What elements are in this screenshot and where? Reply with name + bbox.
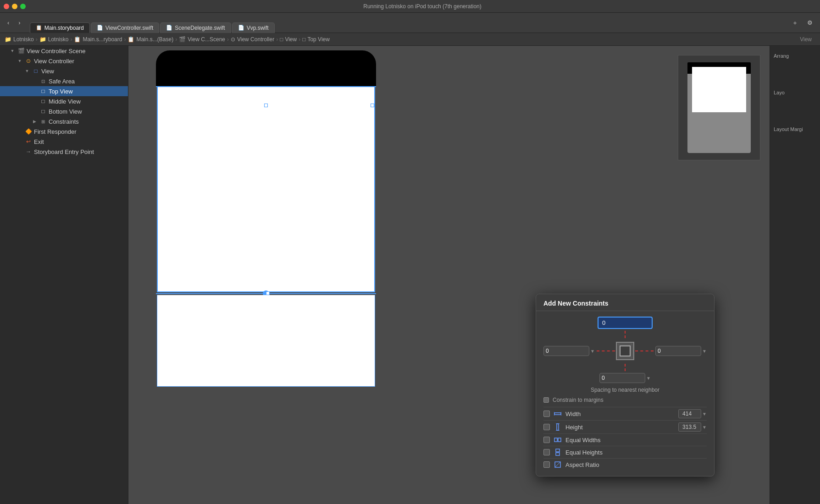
width-label: Width <box>565 411 675 417</box>
popup-body: 0 ▼ 0 <box>536 311 714 476</box>
sidebar: ▼ 🎬 View Controller Scene ▼ ⊙ View Contr… <box>0 46 128 504</box>
breadcrumb-item-vc[interactable]: ⊙ View Controller <box>231 36 274 43</box>
scene-swift-tab-icon: 📄 <box>166 25 172 31</box>
aspect-ratio-checkbox[interactable] <box>543 461 550 468</box>
equal-widths-checkbox[interactable] <box>543 437 550 443</box>
breadcrumb-sep-5: › <box>227 36 229 43</box>
right-panel-layout: Layo <box>774 90 816 95</box>
top-view-tree-icon: □ <box>39 88 47 95</box>
equal-widths-icon <box>554 436 562 444</box>
vc-scene-icon: 🎬 <box>17 47 25 55</box>
tree-item-first-responder[interactable]: ▶ 🔶 First Responder <box>0 126 128 137</box>
constrain-margins-checkbox[interactable] <box>543 397 549 403</box>
height-value: 313.5 <box>678 422 701 432</box>
divider-handle[interactable] <box>266 291 270 295</box>
expand-arrow-view[interactable]: ▼ <box>24 68 30 74</box>
thumb-inner <box>692 67 746 112</box>
middle-view-label: Middle View <box>49 98 81 105</box>
breadcrumb-item-scene[interactable]: 🎬 View C...Scene <box>179 36 225 43</box>
constrain-margins-row: Constrain to margins <box>543 397 707 403</box>
handle-top-right[interactable] <box>371 104 374 107</box>
tree-item-exit[interactable]: ▶ ↩ Exit <box>0 137 128 147</box>
breadcrumb-sep-4: › <box>175 36 177 43</box>
expand-arrow-constraints[interactable]: ▶ <box>31 118 38 125</box>
tree-item-entry-point[interactable]: ▶ → Storyboard Entry Point <box>0 147 128 157</box>
expand-arrow-vc[interactable]: ▼ <box>17 58 23 64</box>
height-checkbox[interactable] <box>543 424 550 430</box>
equal-heights-label: Equal Heights <box>565 449 707 456</box>
close-button[interactable] <box>4 4 9 9</box>
title-bar: Running Lotnisko on iPod touch (7th gene… <box>0 0 820 13</box>
tree-item-bottom-view[interactable]: ▶ □ Bottom View <box>0 106 128 116</box>
breadcrumb-item-base[interactable]: 📋 Main.s...(Base) <box>127 36 173 43</box>
breadcrumb-item-lotnisko-1[interactable]: 📁 Lotnisko <box>5 36 34 43</box>
minimize-button[interactable] <box>12 4 17 9</box>
left-dashed-line <box>597 351 615 351</box>
center-inner-box <box>620 345 631 356</box>
tree-item-vc[interactable]: ▼ ⊙ View Controller <box>0 56 128 66</box>
tab-vvp-swift[interactable]: 📄 Vvp.swift <box>232 22 275 33</box>
bottom-constraint-select[interactable]: 0 <box>599 373 645 383</box>
right-panel: Arrang Layo Layout Margi <box>770 46 820 504</box>
height-value-arrow: ▼ <box>702 425 707 430</box>
folder-icon: 📁 <box>5 36 11 43</box>
maximize-button[interactable] <box>20 4 26 9</box>
main-layout: ▼ 🎬 View Controller Scene ▼ ⊙ View Contr… <box>0 46 820 504</box>
constraints-popup: Add New Constraints 0 <box>536 294 715 477</box>
safe-area-label: Safe Area <box>49 78 75 85</box>
first-responder-icon: 🔶 <box>25 128 32 135</box>
right-constraint-select[interactable]: 0 <box>655 346 701 356</box>
tree-item-safe-area[interactable]: ▶ ⊡ Safe Area <box>0 76 128 86</box>
storyboard-tab-icon: 📋 <box>36 25 42 31</box>
add-icon: ＋ <box>792 19 798 27</box>
thumb-screen <box>687 62 751 153</box>
equal-widths-item: Equal Widths <box>543 433 707 446</box>
tab-main-storyboard[interactable]: 📋 Main.storyboard <box>30 22 90 33</box>
svg-rect-10 <box>556 453 560 455</box>
svg-rect-0 <box>554 413 561 415</box>
right-constraint: 0 ▼ <box>635 346 707 356</box>
breadcrumb-sep-2: › <box>70 36 72 43</box>
tree-item-vc-scene[interactable]: ▼ 🎬 View Controller Scene <box>0 46 128 56</box>
handle-top-center[interactable] <box>264 104 268 107</box>
tab-scenedelegate-swift[interactable]: 📄 SceneDelegate.swift <box>160 22 231 33</box>
entry-point-icon: → <box>25 148 32 155</box>
equal-widths-label: Equal Widths <box>565 437 707 444</box>
tree-item-constraints[interactable]: ▶ ⊞ Constraints <box>0 116 128 126</box>
safe-area-icon: ⊡ <box>39 77 47 85</box>
tab-viewcontroller-swift[interactable]: 📄 ViewController.swift <box>91 22 159 33</box>
top-view-screen <box>157 86 375 292</box>
vc-tree-icon: ⊙ <box>25 57 32 65</box>
canvas-area: Add New Constraints 0 <box>128 46 770 504</box>
vc-label: View Controller <box>34 58 74 65</box>
breadcrumb-item-storyboard[interactable]: 📋 Main.s...ryboard <box>74 36 122 43</box>
settings-button[interactable]: ⚙ <box>803 17 816 28</box>
breadcrumb-sep-3: › <box>124 36 126 43</box>
left-constraint-select[interactable]: 0 <box>543 346 589 356</box>
left-arrow-icon: ▼ <box>590 349 595 354</box>
tree-item-view[interactable]: ▼ □ View <box>0 66 128 76</box>
right-dashed-line <box>635 351 654 351</box>
view-icon: □ <box>280 36 283 43</box>
constraints-label: Constraints <box>49 118 79 125</box>
height-value-container: 313.5 ▼ <box>678 422 707 432</box>
tree-item-top-view[interactable]: ▶ □ Top View <box>0 86 128 96</box>
height-icon <box>554 423 562 431</box>
bottom-dashed-line-top <box>625 364 626 371</box>
view-label: View <box>41 68 54 75</box>
back-icon: ‹ <box>7 19 9 26</box>
toolbar: ‹ › 📋 Main.storyboard 📄 ViewController.s… <box>0 13 820 33</box>
breadcrumb-item-lotnisko-2[interactable]: 📁 Lotnisko <box>39 36 69 43</box>
tree-item-middle-view[interactable]: ▶ □ Middle View <box>0 96 128 106</box>
back-button[interactable]: ‹ <box>4 17 13 28</box>
svg-rect-3 <box>557 424 559 430</box>
width-checkbox[interactable] <box>543 411 550 417</box>
equal-heights-checkbox[interactable] <box>543 449 550 455</box>
breadcrumb-item-top-view[interactable]: □ Top View <box>302 36 330 43</box>
tab-scenedelegate-label: SceneDelegate.swift <box>175 25 225 31</box>
add-button[interactable]: ＋ <box>788 17 802 29</box>
expand-arrow-vc-scene[interactable]: ▼ <box>9 48 16 54</box>
top-constraint-input[interactable] <box>598 317 653 329</box>
breadcrumb-item-view[interactable]: □ View <box>280 36 297 43</box>
forward-button[interactable]: › <box>15 17 24 28</box>
